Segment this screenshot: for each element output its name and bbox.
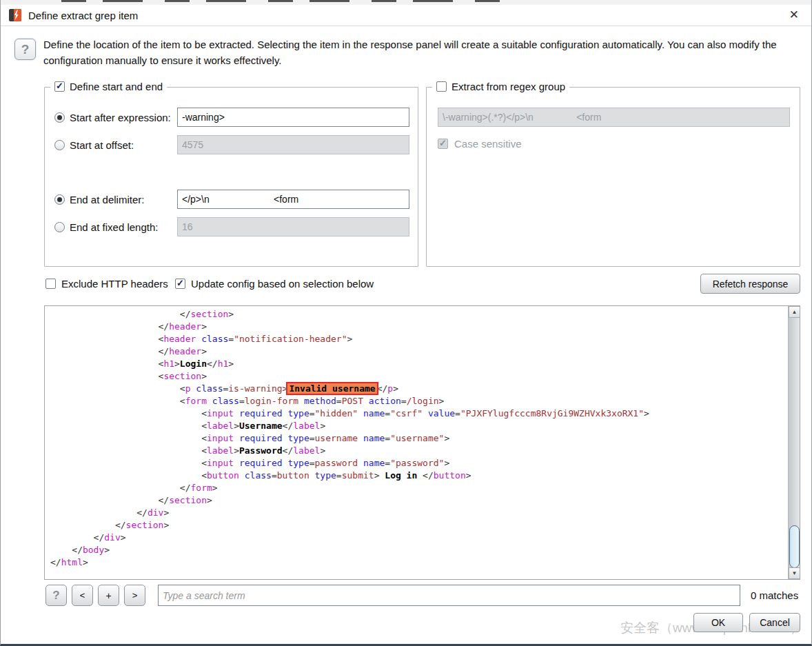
- code-line: <p class=is-warning>Invalid username</p>: [50, 383, 787, 395]
- end-at-fixed-length-radio[interactable]: [54, 222, 65, 232]
- code-line: </header>: [50, 321, 787, 333]
- search-prev-button[interactable]: <: [72, 585, 93, 606]
- define-start-end-checkbox[interactable]: [54, 81, 65, 92]
- search-next-button[interactable]: >: [124, 585, 145, 606]
- case-sensitive-label: Case sensitive: [454, 138, 522, 150]
- scrollbar-up-icon[interactable]: ▲: [789, 306, 800, 318]
- close-icon[interactable]: ✕: [789, 8, 799, 22]
- code-line: <section>: [50, 370, 787, 383]
- search-help-button[interactable]: ?: [45, 585, 67, 606]
- titlebar: Define extract grep item ✕: [1, 5, 811, 26]
- code-line: <h1>Login</h1>: [50, 358, 787, 370]
- scrollbar-thumb[interactable]: [789, 525, 800, 568]
- dialog-description: Define the location of the item to be ex…: [43, 37, 800, 68]
- burp-logo-icon: [9, 8, 23, 22]
- end-at-delimiter-radio[interactable]: [54, 194, 65, 205]
- background-window-strip: [1, 0, 812, 5]
- code-line: </div>: [50, 532, 787, 544]
- code-line: </section>: [50, 494, 787, 507]
- code-line: </body>: [50, 544, 787, 556]
- code-line: <label>Password</label>: [50, 445, 787, 457]
- exclude-http-headers-checkbox[interactable]: [45, 279, 56, 289]
- help-button[interactable]: ?: [14, 39, 36, 60]
- update-config-label: Update config based on selection below: [191, 278, 374, 290]
- cancel-button[interactable]: Cancel: [749, 613, 800, 632]
- define-start-end-header: Define start and end: [50, 81, 167, 92]
- start-after-expression-input[interactable]: [177, 108, 409, 127]
- match-count: 0 matches: [751, 589, 798, 601]
- code-line: </html>: [50, 556, 787, 569]
- end-at-fixed-length-input: [177, 217, 409, 236]
- start-at-offset-input: [177, 135, 409, 154]
- scrollbar: ▲ ▼: [788, 306, 800, 579]
- define-start-end-label: Define start and end: [70, 81, 163, 92]
- extract-regex-checkbox[interactable]: [436, 81, 447, 92]
- code-line: <button class=button type=submit> Log in…: [50, 470, 787, 482]
- refetch-response-button[interactable]: Refetch response: [700, 274, 800, 294]
- end-at-delimiter-input[interactable]: [177, 190, 409, 209]
- regex-pattern-input: [438, 108, 790, 127]
- code-line: </section>: [50, 308, 787, 321]
- code-line: </section>: [50, 519, 787, 532]
- update-config-checkbox[interactable]: [175, 279, 185, 289]
- search-add-button[interactable]: +: [98, 585, 119, 606]
- define-extract-grep-item-dialog: Define extract grep item ✕ ? Define the …: [0, 0, 812, 646]
- response-panel: </section> </header> <header class="noti…: [44, 305, 800, 580]
- end-at-delimiter-label: End at delimiter:: [70, 194, 144, 205]
- code-line: <form class=login-form method=POST actio…: [50, 395, 787, 407]
- background-window-fragment: [61, 0, 516, 2]
- code-line: <input required type=password name="pass…: [50, 457, 787, 470]
- search-input[interactable]: [158, 585, 740, 606]
- dialog-title: Define extract grep item: [28, 10, 138, 21]
- extract-regex-header: Extract from regex group: [432, 81, 569, 92]
- start-at-offset-label: Start at offset:: [70, 139, 134, 151]
- end-at-fixed-length-label: End at fixed length:: [70, 221, 158, 233]
- start-after-expression-radio[interactable]: [54, 112, 65, 123]
- exclude-http-headers-label: Exclude HTTP headers: [61, 278, 168, 290]
- start-at-offset-radio[interactable]: [54, 140, 65, 150]
- code-line: <header class="notification-header">: [50, 333, 787, 345]
- extract-regex-group: Extract from regex group Case sensitive: [426, 87, 800, 267]
- case-sensitive-checkbox: [438, 139, 448, 149]
- code-line: </form>: [50, 482, 787, 494]
- code-line: <input required type="hidden" name="csrf…: [50, 407, 787, 420]
- code-line: <label>Username</label>: [50, 420, 787, 432]
- code-line: </div>: [50, 507, 787, 519]
- ok-button[interactable]: OK: [693, 613, 743, 632]
- define-start-end-group: Define start and end Start after express…: [44, 87, 418, 267]
- code-line: <input required type=username name="user…: [50, 432, 787, 445]
- extract-regex-label: Extract from regex group: [451, 81, 565, 92]
- code-line: </header>: [50, 345, 787, 358]
- start-after-expression-label: Start after expression:: [70, 112, 171, 123]
- code-content[interactable]: </section> </header> <header class="noti…: [45, 308, 787, 579]
- scrollbar-down-icon[interactable]: ▼: [789, 567, 800, 579]
